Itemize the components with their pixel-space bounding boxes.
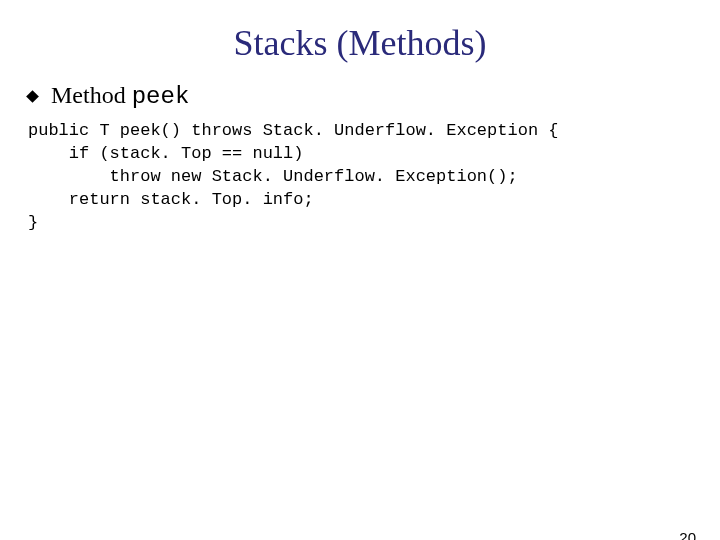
code-line: } [28, 213, 38, 232]
diamond-icon [26, 90, 39, 103]
code-line: throw new Stack. Underflow. Exception(); [28, 167, 518, 186]
code-line: public T peek() throws Stack. Underflow.… [28, 121, 559, 140]
page-number: 20 [679, 529, 696, 540]
code-block: public T peek() throws Stack. Underflow.… [28, 120, 720, 235]
code-line: return stack. Top. info; [28, 190, 314, 209]
bullet-code: peek [132, 83, 190, 110]
code-line: if (stack. Top == null) [28, 144, 303, 163]
bullet-text: Method [51, 82, 132, 108]
slide-title: Stacks (Methods) [0, 22, 720, 64]
bullet-item: Method peek [28, 82, 720, 110]
slide: Stacks (Methods) Method peek public T pe… [0, 22, 720, 540]
